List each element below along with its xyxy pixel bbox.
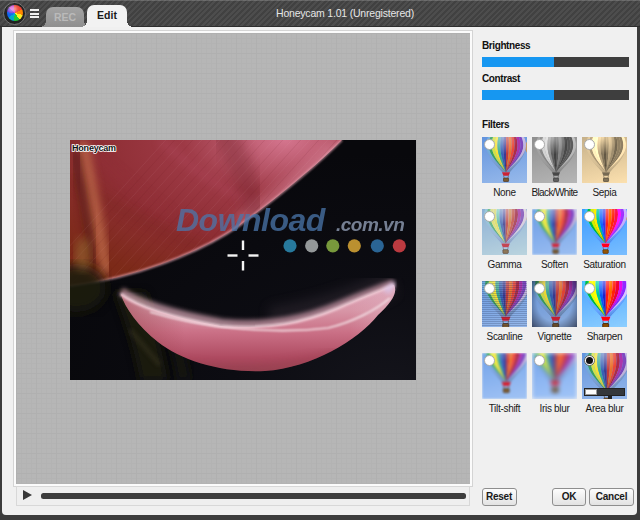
svg-text:.com.vn: .com.vn	[336, 214, 404, 235]
svg-text:Honeycam: Honeycam	[72, 143, 116, 153]
svg-text:Download: Download	[176, 202, 327, 238]
